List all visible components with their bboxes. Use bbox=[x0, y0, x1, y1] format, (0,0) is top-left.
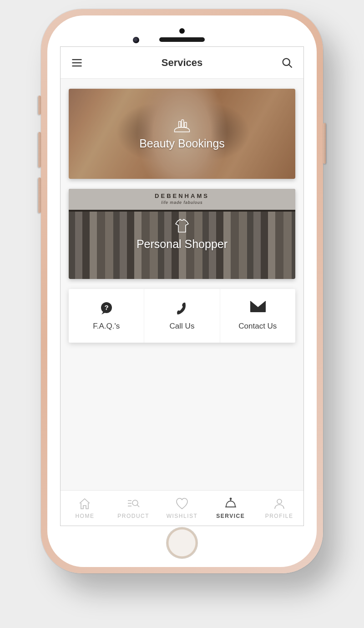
tab-product[interactable]: PRODUCT bbox=[109, 491, 158, 526]
svg-point-3 bbox=[283, 58, 290, 65]
tab-profile[interactable]: PROFILE bbox=[255, 491, 303, 526]
svg-point-18 bbox=[230, 498, 231, 500]
action-label: Contact Us bbox=[238, 322, 277, 331]
action-label: F.A.Q.'s bbox=[93, 322, 120, 331]
cosmetics-icon bbox=[172, 118, 192, 133]
profile-icon bbox=[273, 497, 286, 511]
mail-icon bbox=[250, 301, 265, 316]
volume-up-button bbox=[38, 132, 41, 167]
home-icon bbox=[78, 497, 91, 511]
faq-icon: ? bbox=[99, 301, 114, 316]
heart-icon bbox=[175, 497, 189, 511]
phone-mockup: Services bbox=[41, 9, 323, 573]
speaker-grille bbox=[159, 37, 205, 42]
svg-line-4 bbox=[289, 64, 292, 67]
top-bar: Services bbox=[61, 47, 303, 79]
tab-label: SERVICE bbox=[216, 513, 245, 519]
power-button bbox=[323, 123, 326, 164]
app-screen: Services bbox=[60, 46, 304, 526]
phone-icon bbox=[174, 301, 190, 316]
svg-rect-7 bbox=[185, 122, 187, 127]
service-card-beauty-bookings[interactable]: Beauty Bookings bbox=[69, 89, 295, 179]
bell-icon bbox=[224, 497, 238, 511]
shirt-icon bbox=[173, 218, 191, 234]
home-button[interactable] bbox=[166, 527, 198, 559]
service-card-personal-shopper[interactable]: DEBENHAMS life made fabulous Personal Sh… bbox=[69, 189, 295, 279]
action-call-us[interactable]: Call Us bbox=[144, 289, 219, 343]
svg-point-19 bbox=[277, 499, 282, 504]
action-row: ? F.A.Q.'s Call Us bbox=[69, 289, 295, 343]
tab-label: HOME bbox=[75, 513, 94, 519]
volume-down-button bbox=[38, 177, 41, 213]
svg-rect-6 bbox=[182, 120, 184, 127]
card-label: Personal Shopper bbox=[136, 238, 228, 251]
tab-label: PROFILE bbox=[265, 513, 293, 519]
action-faq[interactable]: ? F.A.Q.'s bbox=[69, 289, 144, 343]
tab-label: WISHLIST bbox=[167, 513, 198, 519]
search-icon bbox=[281, 56, 293, 69]
action-contact-us[interactable]: Contact Us bbox=[220, 289, 295, 343]
svg-rect-5 bbox=[179, 121, 181, 127]
hamburger-icon bbox=[71, 56, 83, 69]
tab-wishlist[interactable]: WISHLIST bbox=[158, 491, 207, 526]
product-search-icon bbox=[126, 497, 140, 511]
content-area: Beauty Bookings DEBENHAMS life made fabu… bbox=[61, 79, 303, 490]
tab-bar: HOME PRODUCT bbox=[61, 490, 303, 526]
tab-service[interactable]: SERVICE bbox=[206, 491, 255, 526]
action-label: Call Us bbox=[170, 322, 195, 331]
menu-button[interactable] bbox=[71, 56, 83, 69]
tab-home[interactable]: HOME bbox=[61, 491, 109, 526]
svg-line-15 bbox=[137, 505, 140, 507]
search-button[interactable] bbox=[281, 56, 293, 69]
mute-switch bbox=[38, 96, 41, 115]
front-camera bbox=[133, 37, 139, 43]
svg-point-14 bbox=[132, 500, 138, 506]
tab-label: PRODUCT bbox=[117, 513, 149, 519]
svg-text:?: ? bbox=[104, 304, 108, 311]
sensor-dot bbox=[179, 28, 185, 34]
card-label: Beauty Bookings bbox=[139, 137, 225, 150]
page-title: Services bbox=[162, 57, 203, 69]
